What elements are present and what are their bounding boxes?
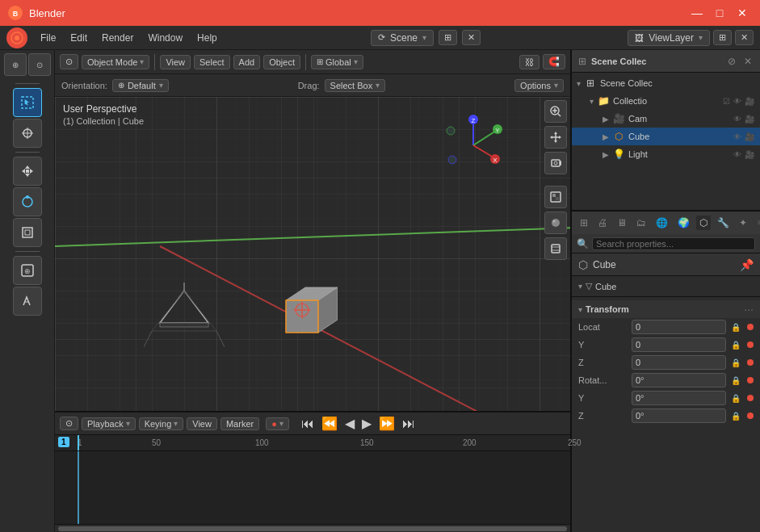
scene-selector[interactable]: ⟳ Scene ▾ xyxy=(371,30,434,46)
play-btn[interactable]: ▶ xyxy=(359,416,374,431)
overlay-btn[interactable] xyxy=(544,237,567,260)
location-y-dot[interactable] xyxy=(747,341,754,348)
timeline-scrollbar[interactable] xyxy=(55,524,570,532)
viewport-object-menu[interactable]: Object xyxy=(263,55,300,69)
next-keyframe-btn[interactable]: ⏩ xyxy=(376,416,397,431)
playback-menu[interactable]: Playback ▾ xyxy=(82,417,136,430)
props-pin-btn[interactable]: 📌 xyxy=(740,258,754,271)
rotation-y-lock[interactable]: 🔒 xyxy=(731,394,741,403)
location-z-lock[interactable]: 🔒 xyxy=(731,358,741,367)
rotation-z-lock[interactable]: 🔒 xyxy=(731,412,741,421)
menu-edit[interactable]: Edit xyxy=(64,30,94,46)
close-button[interactable]: ✕ xyxy=(733,3,752,23)
maximize-button[interactable]: □ xyxy=(710,3,729,23)
viewport-select-menu[interactable]: Select xyxy=(194,55,230,69)
zoom-in-btn[interactable] xyxy=(544,100,567,123)
menu-window[interactable]: Window xyxy=(141,30,189,46)
viewport-view-menu[interactable]: View xyxy=(160,55,191,69)
outliner-arrow-cube[interactable]: ▶ xyxy=(603,132,609,141)
viewlayer-tab-btn[interactable]: ⊞ xyxy=(713,30,732,45)
axes-widget[interactable]: Z Y X xyxy=(441,113,506,178)
jump-start-btn[interactable]: ⏮ xyxy=(299,417,317,431)
light-camera[interactable]: 🎥 xyxy=(744,150,755,159)
viewport-mode-toggle[interactable]: ⊙ xyxy=(60,54,78,69)
shading-solid-btn[interactable] xyxy=(544,212,567,234)
toolbar-cursor[interactable]: ⊙ xyxy=(28,53,51,76)
cam-eye[interactable]: 👁 xyxy=(733,115,742,124)
props-tab-viewlayer[interactable]: 🗂 xyxy=(633,216,649,230)
outliner-item-collection[interactable]: ▾ 📁 Collectio ☑ 👁 🎥 xyxy=(572,92,760,110)
location-x-value[interactable]: 0 xyxy=(632,320,726,334)
jump-end-btn[interactable]: ⏭ xyxy=(400,417,418,431)
cube-eye[interactable]: 👁 xyxy=(733,132,742,141)
tool-transform[interactable]: ⊕ xyxy=(13,256,42,285)
collection-eye[interactable]: 👁 xyxy=(733,97,742,106)
location-z-dot[interactable] xyxy=(747,359,754,366)
rotation-y-dot[interactable] xyxy=(747,395,754,401)
transform-section-header[interactable]: ▾ Transform ··· xyxy=(572,300,760,318)
rotation-z-dot[interactable] xyxy=(747,413,754,419)
timeline-collapse[interactable]: ⊙ xyxy=(60,417,78,430)
select-box-selector[interactable]: Select Box ▾ xyxy=(325,79,386,92)
collection-camera[interactable]: 🎥 xyxy=(744,97,755,106)
menu-file[interactable]: File xyxy=(34,30,62,46)
tool-move[interactable] xyxy=(13,157,42,186)
rotation-z-value[interactable]: 0° xyxy=(632,408,726,423)
camera-btn[interactable] xyxy=(544,152,567,174)
location-y-value[interactable]: 0 xyxy=(632,337,726,352)
object-mode-selector[interactable]: Object Mode ▾ xyxy=(82,55,149,69)
cube-camera[interactable]: 🎥 xyxy=(744,132,755,141)
viewlayer-close-btn[interactable]: ✕ xyxy=(735,30,754,45)
tool-annotate[interactable] xyxy=(13,287,42,316)
rotation-y-value[interactable]: 0° xyxy=(632,391,726,405)
orientation-selector[interactable]: ⊕ Default ▾ xyxy=(112,79,169,92)
props-tab-object[interactable]: ⬡ xyxy=(696,216,711,230)
prev-keyframe-btn[interactable]: ◀ xyxy=(342,416,357,431)
viewlayer-selector[interactable]: 🖼 ViewLayer ▾ xyxy=(628,30,710,46)
outliner-arrow-collection[interactable]: ▾ xyxy=(590,97,594,106)
blender-menu-logo[interactable] xyxy=(6,27,27,48)
viewport-canvas[interactable]: User Perspective (1) Collection | Cube xyxy=(55,97,570,411)
props-tab-output[interactable]: 🖥 xyxy=(614,216,630,230)
keying-menu[interactable]: Keying ▾ xyxy=(139,417,184,430)
render-preview-btn[interactable] xyxy=(544,186,567,208)
marker-menu[interactable]: Marker xyxy=(220,417,259,430)
outliner-arrow-light[interactable]: ▶ xyxy=(603,150,609,159)
tool-select[interactable] xyxy=(13,88,42,117)
props-tab-scene2[interactable]: 🌐 xyxy=(653,216,671,230)
scene-tab-btn[interactable]: ⊞ xyxy=(439,30,457,45)
frame-number[interactable]: 1 xyxy=(58,437,69,447)
props-tab-physics[interactable]: ⚛ xyxy=(754,216,760,230)
rotation-x-value[interactable]: 0° xyxy=(632,373,726,387)
props-tab-scene[interactable]: ⊞ xyxy=(577,216,591,230)
scene-close-btn[interactable]: ✕ xyxy=(462,30,481,45)
viewport-add-menu[interactable]: Add xyxy=(233,55,261,69)
outliner-filter-btn[interactable]: ⊘ xyxy=(726,56,737,67)
tool-scale[interactable] xyxy=(13,218,42,247)
props-tab-particles[interactable]: ✦ xyxy=(736,216,750,230)
collection-check[interactable]: ☑ xyxy=(722,97,731,106)
view-menu[interactable]: View xyxy=(187,417,217,430)
props-tab-world[interactable]: 🌍 xyxy=(674,216,693,230)
outliner-close-btn[interactable]: ✕ xyxy=(742,56,754,67)
outliner-item-camera[interactable]: ▶ 🎥 Cam 👁 🎥 xyxy=(572,110,760,128)
timeline-scrollbar-thumb[interactable] xyxy=(58,526,567,531)
outliner-arrow-scene[interactable]: ▾ xyxy=(577,79,581,88)
rotation-x-dot[interactable] xyxy=(747,377,754,383)
outliner-item-light[interactable]: ▶ 💡 Light 👁 🎥 xyxy=(572,145,760,163)
props-tab-render[interactable]: 🖨 xyxy=(594,216,611,230)
viewport-global-selector[interactable]: ⊞ Global ▾ xyxy=(311,55,363,69)
location-z-value[interactable]: 0 xyxy=(632,355,726,370)
menu-help[interactable]: Help xyxy=(191,30,224,46)
pan-btn[interactable] xyxy=(544,126,567,149)
location-y-lock[interactable]: 🔒 xyxy=(731,341,741,350)
properties-search-input[interactable] xyxy=(592,237,755,250)
light-eye[interactable]: 👁 xyxy=(733,150,742,159)
rotation-x-lock[interactable]: 🔒 xyxy=(731,376,741,385)
props-tab-modifier[interactable]: 🔧 xyxy=(714,216,733,230)
cam-camera[interactable]: 🎥 xyxy=(744,115,755,124)
outliner-item-scene-collection[interactable]: ▾ ⊞ Scene Collec xyxy=(572,74,760,92)
outliner-arrow-camera[interactable]: ▶ xyxy=(603,115,609,124)
outliner-item-cube[interactable]: ▶ ⬡ Cube 👁 🎥 xyxy=(572,128,760,145)
tool-cursor[interactable] xyxy=(13,119,42,148)
